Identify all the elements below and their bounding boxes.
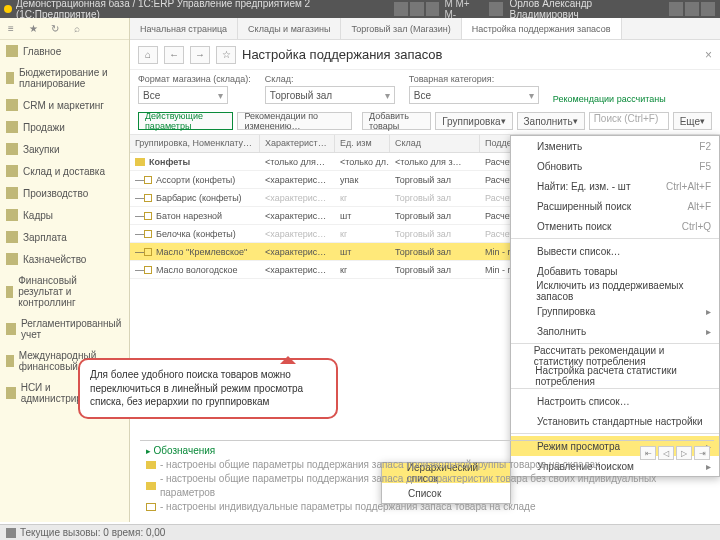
- toolbar-icon[interactable]: [410, 2, 424, 16]
- section-icon: [6, 187, 18, 199]
- section-icon: [6, 355, 14, 367]
- sidebar-item[interactable]: Продажи: [0, 116, 129, 138]
- sidebar-item[interactable]: Регламентированный учет: [0, 313, 129, 345]
- sidebar-item[interactable]: Финансовый результат и контроллинг: [0, 270, 129, 313]
- item-icon: [144, 176, 152, 184]
- context-menu-item[interactable]: Группировка▸: [511, 301, 719, 321]
- context-menu-item[interactable]: Отменить поискCtrl+Q: [511, 216, 719, 236]
- tooltip-callout: Для более удобного поиска товаров можно …: [78, 358, 338, 419]
- section-icon: [6, 99, 18, 111]
- menu-item-icon: [519, 415, 531, 427]
- grouping-button[interactable]: Группировка ▾: [435, 112, 512, 130]
- context-menu-item[interactable]: ОбновитьF5: [511, 156, 719, 176]
- user-icon: [489, 2, 503, 16]
- folder-icon: [135, 158, 145, 166]
- column-header[interactable]: Ед. изм: [335, 135, 390, 152]
- section-icon: [6, 253, 18, 265]
- menu-item-icon: [519, 200, 531, 212]
- tab[interactable]: Настройка поддержания запасов: [462, 18, 622, 39]
- legend-title[interactable]: ▸ Обозначения: [146, 445, 708, 456]
- home-button[interactable]: ⌂: [138, 46, 158, 64]
- menu-item-icon: [519, 325, 531, 337]
- star-icon[interactable]: ★: [22, 23, 44, 34]
- menu-item-icon: [519, 160, 531, 172]
- format-select[interactable]: Все▾: [138, 86, 228, 104]
- context-menu-item[interactable]: Рассчитать рекомендации и статистику пот…: [511, 346, 719, 366]
- menu-item-icon: [519, 180, 531, 192]
- sidebar-item[interactable]: CRM и маркетинг: [0, 94, 129, 116]
- section-icon: [6, 165, 18, 177]
- toolbar-icon[interactable]: [426, 2, 440, 16]
- search-input[interactable]: Поиск (Ctrl+F): [589, 112, 669, 130]
- sidebar-item[interactable]: Склад и доставка: [0, 160, 129, 182]
- minimize-icon[interactable]: [669, 2, 683, 16]
- grid-toolbar: Действующие параметры Рекомендации по из…: [130, 108, 720, 135]
- item-icon: [144, 248, 152, 256]
- filter-bar: Формат магазина (склада): Все▾ Склад: То…: [130, 70, 720, 108]
- section-icon: [6, 231, 18, 243]
- section-icon: [6, 121, 18, 133]
- page-header: ⌂ ← → ☆ Настройка поддержания запасов ×: [130, 40, 720, 70]
- sidebar-item[interactable]: Главное: [0, 40, 129, 62]
- sidebar-item[interactable]: Казначейство: [0, 248, 129, 270]
- sidebar-item[interactable]: Кадры: [0, 204, 129, 226]
- context-menu-item[interactable]: Настроить список…: [511, 391, 719, 411]
- tab[interactable]: Начальная страница: [130, 18, 238, 39]
- context-menu-item[interactable]: ИзменитьF2: [511, 136, 719, 156]
- sidebar-item[interactable]: Бюджетирование и планирование: [0, 62, 129, 94]
- sidebar-item[interactable]: Производство: [0, 182, 129, 204]
- page-title: Настройка поддержания запасов: [242, 47, 442, 62]
- context-menu-item[interactable]: Найти: Ед. изм. - штCtrl+Alt+F: [511, 176, 719, 196]
- window-titlebar: Демонстрационная база / 1С:ERP Управлени…: [0, 0, 720, 18]
- toolbar-icon[interactable]: [394, 2, 408, 16]
- context-menu-item[interactable]: Вывести список…: [511, 241, 719, 261]
- back-button[interactable]: ←: [164, 46, 184, 64]
- filter-label: Формат магазина (склада):: [138, 74, 251, 84]
- item-icon: [144, 194, 152, 202]
- favorite-button[interactable]: ☆: [216, 46, 236, 64]
- sidebar-item[interactable]: Закупки: [0, 138, 129, 160]
- sidebar-item[interactable]: Зарплата: [0, 226, 129, 248]
- menu-item-icon: [519, 395, 531, 407]
- window-title: Демонстрационная база / 1С:ERP Управлени…: [16, 0, 393, 20]
- category-select[interactable]: Все▾: [409, 86, 539, 104]
- context-menu-item[interactable]: Настройка расчета статистики потребления: [511, 366, 719, 386]
- recommendations-button[interactable]: Рекомендации по изменению…: [237, 112, 352, 130]
- context-menu-item[interactable]: Заполнить▸: [511, 321, 719, 341]
- sidebar: ≡ ★ ↻ ⌕ ГлавноеБюджетирование и планиров…: [0, 18, 130, 522]
- item-icon: [144, 266, 152, 274]
- section-icon: [6, 286, 13, 298]
- menu-item-icon: [519, 285, 530, 297]
- tab[interactable]: Торговый зал (Магазин): [341, 18, 461, 39]
- fill-button[interactable]: Заполнить ▾: [517, 112, 585, 130]
- close-page-button[interactable]: ×: [705, 48, 712, 62]
- history-icon[interactable]: ↻: [44, 23, 66, 34]
- item-icon: [144, 230, 152, 238]
- close-icon[interactable]: [701, 2, 715, 16]
- user-name: Орлов Александр Владимирович: [510, 0, 663, 20]
- add-goods-button[interactable]: Добавить товары: [362, 112, 431, 130]
- recommendations-link[interactable]: Рекомендации рассчитаны: [553, 94, 666, 104]
- context-menu-item[interactable]: Расширенный поискAlt+F: [511, 196, 719, 216]
- context-menu-item[interactable]: Добавить товары: [511, 261, 719, 281]
- app-icon: [4, 5, 12, 13]
- menu-icon[interactable]: ≡: [0, 23, 22, 34]
- column-header[interactable]: Характерист…: [260, 135, 335, 152]
- column-header[interactable]: Склад: [390, 135, 480, 152]
- maximize-icon[interactable]: [685, 2, 699, 16]
- active-params-button[interactable]: Действующие параметры: [138, 112, 233, 130]
- forward-button[interactable]: →: [190, 46, 210, 64]
- context-menu-item[interactable]: Установить стандартные настройки: [511, 411, 719, 431]
- menu-item-icon: [519, 220, 531, 232]
- warehouse-select[interactable]: Торговый зал▾: [265, 86, 395, 104]
- column-header[interactable]: Группировка, Номенклату…: [130, 135, 260, 152]
- menu-item-icon: [519, 350, 528, 362]
- search-icon[interactable]: ⌕: [66, 23, 88, 34]
- menu-item-icon: [519, 370, 529, 382]
- context-menu-item[interactable]: Исключить из поддерживаемых запасов: [511, 281, 719, 301]
- status-icon: [6, 528, 16, 538]
- section-icon: [6, 143, 18, 155]
- more-button[interactable]: Еще ▾: [673, 112, 712, 130]
- sidebar-toolbar: ≡ ★ ↻ ⌕: [0, 18, 129, 40]
- tab[interactable]: Склады и магазины: [238, 18, 341, 39]
